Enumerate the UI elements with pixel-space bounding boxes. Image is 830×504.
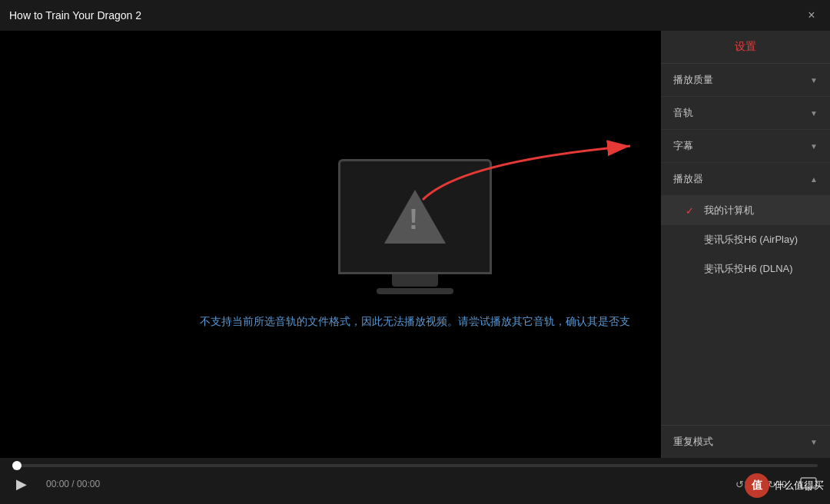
settings-audio-track[interactable]: 音轨 ▼ — [661, 97, 830, 130]
time-display: 00:00 / 00:00 — [46, 479, 100, 489]
warning-triangle-icon — [384, 190, 446, 244]
progress-bar-track[interactable] — [12, 464, 818, 467]
monitor-stand — [392, 274, 438, 287]
window-title: How to Train Your Dragon 2 — [9, 9, 141, 22]
settings-playback-quality[interactable]: 播放质量 ▼ — [661, 64, 830, 97]
watermark: 值 什么值得买 — [745, 473, 824, 498]
settings-panel: 设置 播放质量 ▼ 音轨 ▼ 字幕 ▼ 播放器 ▲ ✓ 我的计算机 ✓ 斐讯乐投… — [661, 31, 830, 458]
player-label: 播放器 — [673, 172, 703, 186]
player-option-label-2: 斐讯乐投H6 (DLNA) — [704, 262, 793, 276]
repeat-mode-label: 重复模式 — [673, 435, 713, 449]
checkmark-placeholder2-icon: ✓ — [686, 264, 698, 275]
subtitle-arrow: ▼ — [810, 142, 818, 151]
audio-track-label: 音轨 — [673, 106, 693, 120]
error-message: 不支持当前所选音轨的文件格式，因此无法播放视频。请尝试播放其它音轨，确认其是否支 — [200, 313, 630, 330]
checkmark-placeholder-icon: ✓ — [686, 234, 698, 246]
watermark-text: 什么值得买 — [774, 479, 824, 492]
repeat-mode-arrow: ▼ — [810, 438, 818, 446]
player-arrow: ▲ — [810, 175, 818, 184]
player-option-my-computer[interactable]: ✓ 我的计算机 — [661, 196, 830, 225]
progress-bar-handle[interactable] — [12, 461, 22, 470]
controls-bar: ▶ 00:00 / 00:00 ↺10 ↻10 — [0, 458, 830, 504]
settings-subtitle[interactable]: 字幕 ▼ — [661, 130, 830, 163]
player-option-label-0: 我的计算机 — [704, 204, 754, 217]
settings-repeat-mode[interactable]: 重复模式 ▼ — [661, 425, 830, 458]
playback-quality-label: 播放质量 — [673, 73, 713, 87]
subtitle-label: 字幕 — [673, 139, 693, 153]
watermark-icon: 值 — [745, 473, 769, 498]
player-option-label-1: 斐讯乐投H6 (AirPlay) — [704, 233, 798, 247]
monitor-icon — [338, 159, 492, 294]
monitor-screen — [338, 159, 492, 274]
checkmark-icon: ✓ — [686, 205, 698, 217]
player-option-dlna[interactable]: ✓ 斐讯乐投H6 (DLNA) — [661, 254, 830, 284]
player-option-airplay[interactable]: ✓ 斐讯乐投H6 (AirPlay) — [661, 225, 830, 254]
player-submenu: ✓ 我的计算机 ✓ 斐讯乐投H6 (AirPlay) ✓ 斐讯乐投H6 (DLN… — [661, 196, 830, 284]
playback-quality-arrow: ▼ — [810, 76, 818, 85]
monitor-base — [377, 288, 453, 294]
play-button[interactable]: ▶ — [12, 476, 31, 492]
settings-player[interactable]: 播放器 ▲ — [661, 163, 830, 196]
settings-header: 设置 — [661, 31, 830, 64]
audio-track-arrow: ▼ — [810, 109, 818, 118]
close-button[interactable]: × — [802, 6, 821, 25]
title-bar: How to Train Your Dragon 2 × — [0, 0, 830, 31]
controls-row: ▶ 00:00 / 00:00 ↺10 ↻10 — [12, 470, 818, 498]
